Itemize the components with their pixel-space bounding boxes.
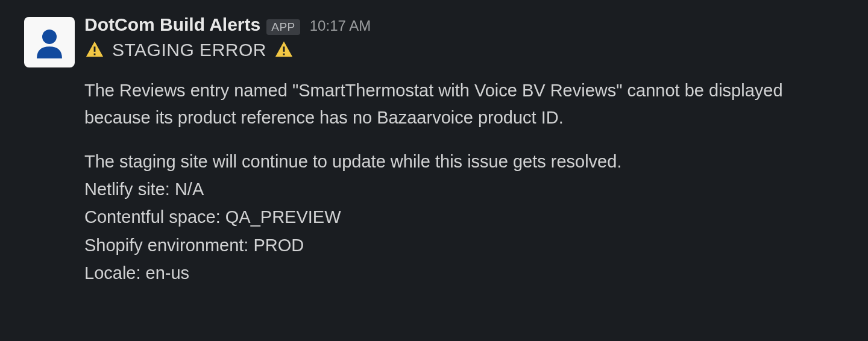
svg-rect-2: [94, 54, 96, 55]
avatar[interactable]: [24, 17, 75, 67]
status-line: STAGING ERROR: [84, 40, 844, 60]
meta-label: Netlify site:: [84, 180, 170, 199]
meta-shopify: Shopify environment: PROD: [84, 231, 844, 259]
meta-netlify: Netlify site: N/A: [84, 175, 844, 203]
meta-value: N/A: [175, 180, 204, 199]
message-header: DotCom Build Alerts APP 10:17 AM: [84, 14, 844, 35]
continuation-note: The staging site will continue to update…: [84, 148, 844, 175]
status-text: STAGING ERROR: [112, 40, 266, 60]
message-author[interactable]: DotCom Build Alerts: [84, 14, 260, 35]
person-icon: [31, 24, 68, 60]
warning-icon: [274, 40, 294, 60]
meta-locale: Locale: en-us: [84, 259, 844, 287]
svg-rect-4: [283, 54, 285, 55]
meta-block: Netlify site: N/A Contentful space: QA_P…: [84, 175, 844, 287]
message-body: The Reviews entry named "SmartThermostat…: [84, 77, 844, 175]
slack-message: DotCom Build Alerts APP 10:17 AM STAGING…: [24, 14, 844, 287]
meta-value: QA_PREVIEW: [225, 207, 341, 227]
svg-point-0: [42, 30, 57, 44]
meta-value: PROD: [254, 236, 304, 255]
meta-label: Shopify environment:: [84, 236, 248, 255]
svg-rect-1: [94, 46, 96, 52]
message-timestamp[interactable]: 10:17 AM: [310, 17, 371, 34]
meta-contentful: Contentful space: QA_PREVIEW: [84, 203, 844, 231]
error-description: The Reviews entry named "SmartThermostat…: [84, 77, 844, 131]
meta-value: en-us: [146, 263, 190, 283]
message-content: DotCom Build Alerts APP 10:17 AM STAGING…: [84, 14, 844, 287]
svg-rect-3: [283, 46, 285, 52]
meta-label: Contentful space:: [84, 207, 221, 227]
meta-label: Locale:: [84, 263, 141, 283]
warning-icon: [84, 40, 105, 60]
app-badge: APP: [266, 19, 300, 35]
